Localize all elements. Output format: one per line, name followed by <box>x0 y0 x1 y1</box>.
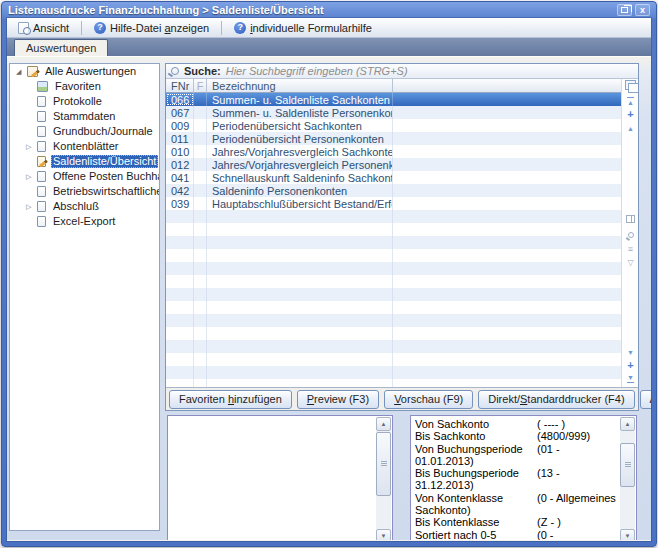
tree-item-label: Betriebswirtschaftliche Auswertungen <box>51 185 160 198</box>
column-chooser-icon[interactable] <box>625 80 636 90</box>
cell-fnr: 012 <box>166 158 194 171</box>
preview-icon <box>18 22 29 34</box>
ansicht-button[interactable]: Ansicht <box>11 19 76 36</box>
grid-row-empty <box>166 366 621 379</box>
cell-bezeichnung: Jahres/Vorjahresvergleich Personenkonten <box>207 158 393 171</box>
grid-header: FNr F Bezeichnung <box>166 79 621 93</box>
search-input[interactable]: Hier Suchbegriff eingeben (STRG+S) <box>226 65 408 77</box>
grid-row[interactable]: 009 Periodenübersicht Sachkonten <box>166 119 621 132</box>
tab-bar: Auswertungen <box>7 38 651 57</box>
grid-row[interactable]: 010 Jahres/Vorjahresvergleich Sachkonten <box>166 145 621 158</box>
column-header-bezeichnung[interactable]: Bezeichnung <box>207 79 393 93</box>
tree-expander-icon[interactable]: ◢ <box>16 68 27 75</box>
cell-favorite <box>194 132 207 145</box>
grid-row[interactable]: 042 Saldeninfo Personenkonten <box>166 184 621 197</box>
params-scrollbar[interactable]: ▲ ▼ <box>620 417 635 540</box>
param-line: Sachkonto) <box>415 504 618 516</box>
titlebar[interactable]: Listenausdrucke Finanzbuchhaltung > Sald… <box>2 2 656 18</box>
columns-icon[interactable] <box>626 215 635 223</box>
vorschau-button[interactable]: Vorschau (F9) <box>384 390 473 409</box>
grid-row[interactable]: 039 Hauptabschlußübersicht Bestand/Erfol… <box>166 197 621 210</box>
cell-fnr: 067 <box>166 106 194 119</box>
column-header-f[interactable]: F <box>194 79 207 93</box>
tree-item-icon <box>37 126 46 137</box>
search-bar[interactable]: Suche: Hier Suchbegriff eingeben (STRG+S… <box>166 64 638 79</box>
cell-fnr: 009 <box>166 119 194 132</box>
direkt-standarddrucker-button[interactable]: Direkt/Standarddrucker (F4) <box>478 390 634 409</box>
tree-item-label: Saldenliste/Übersicht <box>51 155 158 168</box>
grid-row[interactable]: 012 Jahres/Vorjahresvergleich Personenko… <box>166 158 621 171</box>
column-header-fnr[interactable]: FNr <box>166 79 194 93</box>
scrollbar-up-icon[interactable]: ▲ <box>620 417 635 431</box>
help-icon: ? <box>94 22 106 34</box>
param-line: Von Buchungsperiode(01 - <box>415 443 618 455</box>
help-icon: ? <box>234 22 246 34</box>
tree-expander-icon[interactable]: ▷ <box>26 173 37 180</box>
tree-item[interactable]: ◢ Alle Auswertungen <box>10 64 159 79</box>
cell-favorite <box>194 106 207 119</box>
find-panel-icon[interactable] <box>624 229 637 241</box>
close-button[interactable]: x <box>635 4 650 16</box>
grid-row[interactable]: 066 Summen- u. Saldenliste Sachkonten <box>166 93 621 106</box>
preview-button[interactable]: Preview (F3) <box>297 390 379 409</box>
filter-icon[interactable]: ▽ <box>624 257 637 269</box>
restore-button[interactable] <box>617 4 632 16</box>
tree-item[interactable]: Grundbuch/Journale <box>10 124 159 139</box>
cell-bezeichnung: Jahres/Vorjahresvergleich Sachkonten <box>207 145 393 158</box>
cell-bezeichnung: Periodenübersicht Sachkonten <box>207 119 393 132</box>
scrollbar-thumb[interactable] <box>376 432 391 496</box>
scroll-last-icon[interactable]: ▼ <box>624 372 637 384</box>
tree-item-label: Offene Posten Buchhaltung <box>51 170 160 183</box>
tree-item-icon <box>27 66 38 77</box>
tree-item[interactable]: ▷ Abschluß <box>10 199 159 214</box>
scrollbar-up-icon[interactable]: ▲ <box>376 417 391 431</box>
grid-row-empty <box>166 275 621 288</box>
tree-item[interactable]: ▷ Kontenblätter <box>10 139 159 154</box>
param-line: Von Kontenklasse(0 - Allgemeines <box>415 492 618 504</box>
grid-row[interactable]: 041 Schnellauskunft Saldeninfo Sachkonte… <box>166 171 621 184</box>
tree-expander-icon[interactable]: ▷ <box>26 143 37 150</box>
tree-item[interactable]: Protokolle <box>10 94 159 109</box>
hilfe-datei-button[interactable]: ? Hilfe-Datei anzeigen <box>87 19 216 36</box>
tree-item-icon <box>37 216 46 227</box>
append-row-icon[interactable]: + <box>624 359 637 371</box>
tree-item[interactable]: Saldenliste/Übersicht <box>10 154 159 169</box>
scrollbar-down-icon[interactable]: ▼ <box>376 529 391 540</box>
cell-bezeichnung: Summen- u. Saldenliste Sachkonten <box>207 93 393 106</box>
tree-item[interactable]: Betriebswirtschaftliche Auswertungen <box>10 184 159 199</box>
info-scrollbar[interactable]: ▲ ▼ <box>376 417 391 540</box>
form-info-textbox[interactable]: ▲ ▼ <box>167 415 393 540</box>
grid-row[interactable]: 011 Periodenübersicht Personenkonten <box>166 132 621 145</box>
tab-auswertungen[interactable]: Auswertungen <box>14 39 108 56</box>
tree-expander-icon[interactable]: ▷ <box>26 203 37 210</box>
scrollbar-down-icon[interactable]: ▼ <box>620 529 635 540</box>
param-line: 31.12.2013) <box>415 479 618 491</box>
tree-item-icon <box>37 111 46 122</box>
cell-favorite <box>194 119 207 132</box>
grid-row-empty <box>166 379 621 387</box>
insert-row-icon[interactable]: + <box>624 108 637 120</box>
cell-fnr: 066 <box>166 93 194 106</box>
auswertung-drucken-button[interactable]: Auswertung drucken <box>640 390 651 409</box>
cell-fnr: 041 <box>166 171 194 184</box>
form-info-text <box>168 416 376 540</box>
cell-filler <box>393 132 621 145</box>
tree-item[interactable]: Favoriten <box>10 79 159 94</box>
favoriten-hinzufuegen-button[interactable]: Favoriten hinzufügen <box>169 390 292 409</box>
tree-item-label: Abschluß <box>51 200 101 213</box>
restore-icon <box>621 7 628 13</box>
formularhilfe-button[interactable]: ? individuelle Formularhilfe <box>227 19 379 36</box>
grid-row[interactable]: 067 Summen- u. Saldenliste Personenkonte… <box>166 106 621 119</box>
param-line: Von Sachkonto( ---- ) <box>415 418 618 430</box>
scroll-up-icon[interactable]: ▲ <box>624 122 637 134</box>
scrollbar-thumb[interactable] <box>620 443 635 487</box>
scroll-last-glyph: ▼ <box>627 374 634 383</box>
group-panel-icon[interactable]: ≡ <box>624 243 637 255</box>
tree-item[interactable]: Excel-Export <box>10 214 159 229</box>
scroll-down-icon[interactable]: ▼ <box>624 346 637 358</box>
form-params-textbox[interactable]: Von Sachkonto( ---- )Bis Sachkonto(4800/… <box>410 415 637 540</box>
tree-item[interactable]: Stammdaten <box>10 109 159 124</box>
scroll-first-icon[interactable]: ▲ <box>624 95 637 107</box>
tree-item[interactable]: ▷ Offene Posten Buchhaltung <box>10 169 159 184</box>
magnifier-glyph <box>628 232 634 238</box>
